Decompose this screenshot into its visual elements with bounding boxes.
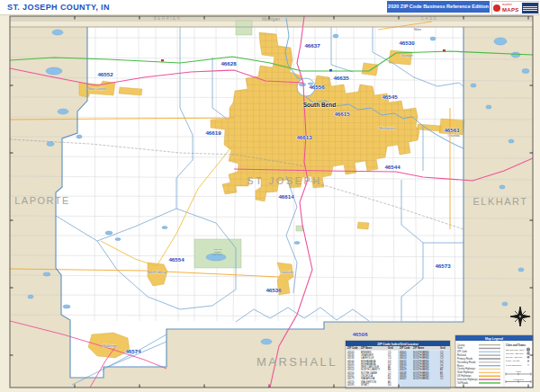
zip-index-cell: 46637 <box>400 377 407 380</box>
zip-label-46536: 46536 <box>266 287 282 293</box>
zip-label-46544: 46544 <box>384 164 400 170</box>
legend-item-label: State Highways <box>457 370 474 374</box>
legend-title: Map Legend <box>485 337 503 341</box>
map-layers <box>10 16 533 388</box>
legend-item-label: Primary Roads <box>457 357 473 361</box>
city-label-north-liberty: North Liberty <box>148 271 166 274</box>
state-label-michigan: Michigan <box>262 16 280 22</box>
zip-index-header: Grid <box>440 346 446 350</box>
zip-label-46574: 46574 <box>125 348 141 354</box>
legend-item-label: Interstate Highways <box>457 378 478 381</box>
zip-label-46506: 46506 <box>352 331 368 337</box>
legend-city-symbol <box>527 356 530 359</box>
legend-item-label: Toll Roads <box>457 381 469 385</box>
legend-item-label: Rivers <box>457 364 464 368</box>
city-label-lakeville: Lakeville <box>281 271 293 274</box>
city-label-granger: Granger <box>400 54 413 58</box>
legend-city-symbol <box>527 364 528 365</box>
lake <box>430 37 436 40</box>
zip-index-header: ZIP Code <box>400 346 410 350</box>
legend-item-label: US Highways <box>457 374 472 378</box>
city-label-niles: Niles <box>414 28 421 31</box>
lake <box>162 227 167 229</box>
zip-label-46635: 46635 <box>333 75 349 81</box>
zip-label-46619: 46619 <box>205 129 221 136</box>
zip-index-header: ZIP Name <box>361 346 373 350</box>
legend-city-symbol <box>526 348 530 352</box>
lake <box>63 305 70 308</box>
zip-index-cell: WYATT <box>361 383 369 387</box>
legend-scale-miles-label: Miles <box>516 370 521 373</box>
lake <box>471 84 476 87</box>
lake <box>294 242 300 245</box>
zip-code-wall-map-page: ST. JOSEPH COUNTY, IN 2020 ZIP Code Busi… <box>0 0 540 392</box>
county-label-berrien: BERRIEN <box>154 16 182 21</box>
lake <box>76 135 82 138</box>
zip-label-46628: 46628 <box>220 60 237 67</box>
lake <box>47 142 54 147</box>
legend-item-label: ZIP Code <box>457 350 467 353</box>
park-label: CREEK <box>214 251 221 253</box>
lake <box>518 268 524 272</box>
lake <box>502 302 508 306</box>
city-label-walkerton: Walkerton <box>103 344 117 348</box>
lake <box>486 105 491 109</box>
zip-label-46556: 46556 <box>309 84 325 90</box>
zip-index-header: Grid <box>388 346 393 350</box>
lake <box>43 272 50 276</box>
zip-index-header: ZIP Name <box>413 346 425 350</box>
city-label-mishawaka: Mishawaka <box>379 127 395 130</box>
legend-city-class: 50,000 - 100,000 <box>506 356 523 359</box>
zip-label-46552: 46552 <box>97 71 113 77</box>
lake <box>261 339 272 344</box>
zip-index-title: ZIP Code Index/Grid Locator <box>377 343 418 346</box>
zip-index-cell: 46595 <box>347 383 355 387</box>
legend-item-label: County Highways <box>457 367 476 370</box>
legend-scale-km-label: Kilometers <box>513 379 524 381</box>
zip-label-46573: 46573 <box>435 263 451 269</box>
city-label-osceola: Osceola <box>447 134 459 138</box>
county-label-laporte: LAPORTE <box>14 195 70 206</box>
county-label-cass: CASS <box>421 16 437 21</box>
park-label: ST. PARK <box>213 254 223 255</box>
zip-index-cell: SOUTH BEND <box>413 377 429 380</box>
county-label-st-joseph: ST JOSEPH <box>247 175 321 186</box>
legend-city-symbol <box>526 352 530 355</box>
zip-label-46615: 46615 <box>334 111 350 117</box>
zip-label-46545: 46545 <box>382 94 398 100</box>
lake <box>508 139 514 143</box>
legend-city-class: 1,000 and Minor <box>506 364 521 367</box>
county-label-elkhart: ELKHART <box>472 196 527 207</box>
lake <box>333 34 338 38</box>
zip-label-46530: 46530 <box>399 40 415 46</box>
legend-city-class: 250,000 and Above <box>506 349 525 352</box>
city-label-south-bend: South Bend <box>303 102 336 108</box>
zip-index-header: ZIP Code <box>347 346 358 350</box>
lake <box>522 69 529 74</box>
notre-dame-lake <box>299 83 306 86</box>
legend-city-symbol <box>527 361 529 362</box>
lake <box>494 38 507 45</box>
lake <box>115 238 121 241</box>
city-label-new-carlisle: New Carlisle <box>88 87 106 91</box>
lake <box>511 52 520 58</box>
zip-label-46561: 46561 <box>444 127 460 133</box>
park-label: POTATO <box>213 248 221 250</box>
county-map-canvas[interactable]: MichiganBERRIENCASSLAPORTEELKHARTST JOSE… <box>0 0 540 392</box>
lake <box>46 67 62 75</box>
legend-item-label: Secondary Roads <box>457 361 476 364</box>
legend-item-label: State <box>457 346 464 350</box>
lake <box>52 30 63 35</box>
lake <box>500 185 505 189</box>
zip-label-46614: 46614 <box>278 193 294 200</box>
county-label-marshall: MARSHALL <box>256 355 338 369</box>
lake <box>28 295 33 298</box>
legend-cities-header: Cities and Towns <box>506 343 526 347</box>
legend-item-label: Railroad <box>457 353 466 357</box>
zip-label-46554: 46554 <box>168 256 184 263</box>
lake <box>58 109 68 114</box>
legend-city-class: 5,000 - 50,000 <box>506 360 520 362</box>
zip-label-46613: 46613 <box>296 134 312 140</box>
legend-item-label: County <box>457 343 465 347</box>
zip-label-46637: 46637 <box>304 42 320 49</box>
